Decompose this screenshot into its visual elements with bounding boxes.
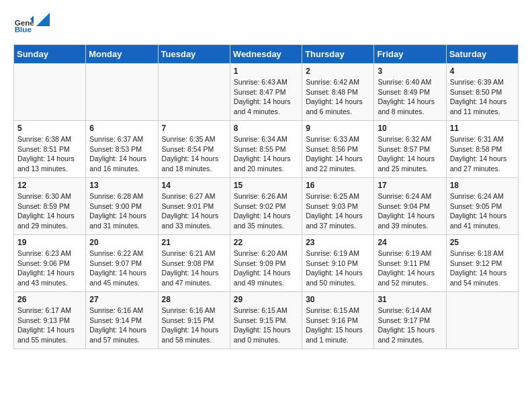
day-details: Sunrise: 6:40 AMSunset: 8:49 PMDaylight:… [378, 77, 442, 117]
calendar-body: 1Sunrise: 6:43 AMSunset: 8:47 PMDaylight… [14, 64, 519, 349]
day-details: Sunrise: 6:25 AMSunset: 9:03 PMDaylight:… [306, 191, 370, 231]
calendar-cell: 5Sunrise: 6:38 AMSunset: 8:51 PMDaylight… [14, 121, 86, 178]
svg-marker-3 [36, 13, 50, 26]
day-number: 23 [306, 238, 370, 247]
day-number: 9 [306, 124, 370, 133]
calendar-cell: 22Sunrise: 6:20 AMSunset: 9:09 PMDayligh… [230, 235, 302, 292]
day-details: Sunrise: 6:30 AMSunset: 8:59 PMDaylight:… [17, 191, 82, 231]
day-details: Sunrise: 6:16 AMSunset: 9:15 PMDaylight:… [162, 306, 226, 345]
day-number: 4 [450, 66, 515, 76]
calendar-cell: 23Sunrise: 6:19 AMSunset: 9:10 PMDayligh… [302, 235, 374, 292]
calendar-cell: 7Sunrise: 6:35 AMSunset: 8:54 PMDaylight… [158, 121, 230, 178]
calendar-cell [14, 64, 86, 121]
calendar-cell: 21Sunrise: 6:21 AMSunset: 9:08 PMDayligh… [158, 235, 230, 292]
day-details: Sunrise: 6:39 AMSunset: 8:50 PMDaylight:… [450, 77, 515, 117]
calendar-cell: 12Sunrise: 6:30 AMSunset: 8:59 PMDayligh… [14, 178, 86, 235]
calendar-cell: 2Sunrise: 6:42 AMSunset: 8:48 PMDaylight… [302, 64, 374, 121]
day-header-saturday: Saturday [446, 45, 518, 64]
day-number: 12 [17, 181, 82, 190]
day-details: Sunrise: 6:23 AMSunset: 9:06 PMDaylight:… [17, 248, 82, 288]
day-number: 8 [234, 124, 298, 133]
day-number: 6 [89, 124, 154, 133]
day-number: 25 [450, 238, 515, 247]
day-details: Sunrise: 6:26 AMSunset: 9:02 PMDaylight:… [234, 191, 298, 231]
day-details: Sunrise: 6:32 AMSunset: 8:57 PMDaylight:… [378, 134, 442, 174]
logo: General Blue [13, 13, 50, 34]
calendar-cell: 10Sunrise: 6:32 AMSunset: 8:57 PMDayligh… [374, 121, 446, 178]
calendar-cell: 31Sunrise: 6:14 AMSunset: 9:17 PMDayligh… [374, 292, 446, 349]
calendar-cell: 16Sunrise: 6:25 AMSunset: 9:03 PMDayligh… [302, 178, 374, 235]
day-number: 17 [378, 181, 442, 190]
calendar-table: SundayMondayTuesdayWednesdayThursdayFrid… [13, 44, 519, 349]
calendar-cell: 3Sunrise: 6:40 AMSunset: 8:49 PMDaylight… [374, 64, 446, 121]
day-details: Sunrise: 6:20 AMSunset: 9:09 PMDaylight:… [234, 248, 298, 288]
day-header-wednesday: Wednesday [230, 45, 302, 64]
day-details: Sunrise: 6:18 AMSunset: 9:12 PMDaylight:… [450, 248, 515, 288]
day-number: 15 [234, 181, 298, 190]
calendar-cell: 14Sunrise: 6:27 AMSunset: 9:01 PMDayligh… [158, 178, 230, 235]
day-number: 13 [89, 181, 154, 190]
day-details: Sunrise: 6:31 AMSunset: 8:58 PMDaylight:… [450, 134, 515, 174]
calendar-cell [446, 292, 518, 349]
day-number: 14 [162, 181, 226, 190]
day-number: 3 [378, 66, 442, 76]
day-number: 7 [162, 124, 226, 133]
calendar-cell: 26Sunrise: 6:17 AMSunset: 9:13 PMDayligh… [14, 292, 86, 349]
calendar-cell: 15Sunrise: 6:26 AMSunset: 9:02 PMDayligh… [230, 178, 302, 235]
day-details: Sunrise: 6:38 AMSunset: 8:51 PMDaylight:… [17, 134, 82, 174]
day-details: Sunrise: 6:33 AMSunset: 8:56 PMDaylight:… [306, 134, 370, 174]
day-number: 24 [378, 238, 442, 247]
calendar-week-row: 1Sunrise: 6:43 AMSunset: 8:47 PMDaylight… [14, 64, 519, 121]
day-number: 29 [234, 295, 298, 304]
calendar-week-row: 26Sunrise: 6:17 AMSunset: 9:13 PMDayligh… [14, 292, 519, 349]
calendar-week-row: 12Sunrise: 6:30 AMSunset: 8:59 PMDayligh… [14, 178, 519, 235]
day-details: Sunrise: 6:24 AMSunset: 9:05 PMDaylight:… [450, 191, 515, 231]
day-number: 20 [89, 238, 154, 247]
calendar-cell: 6Sunrise: 6:37 AMSunset: 8:53 PMDaylight… [86, 121, 158, 178]
day-number: 2 [306, 66, 370, 76]
day-details: Sunrise: 6:19 AMSunset: 9:10 PMDaylight:… [306, 248, 370, 288]
calendar-cell: 19Sunrise: 6:23 AMSunset: 9:06 PMDayligh… [14, 235, 86, 292]
day-details: Sunrise: 6:37 AMSunset: 8:53 PMDaylight:… [89, 134, 154, 174]
calendar-week-row: 5Sunrise: 6:38 AMSunset: 8:51 PMDaylight… [14, 121, 519, 178]
day-details: Sunrise: 6:35 AMSunset: 8:54 PMDaylight:… [162, 134, 226, 174]
calendar-cell: 9Sunrise: 6:33 AMSunset: 8:56 PMDaylight… [302, 121, 374, 178]
day-number: 16 [306, 181, 370, 190]
day-number: 22 [234, 238, 298, 247]
day-details: Sunrise: 6:15 AMSunset: 9:16 PMDaylight:… [306, 306, 370, 345]
day-number: 18 [450, 181, 515, 190]
day-details: Sunrise: 6:43 AMSunset: 8:47 PMDaylight:… [234, 77, 298, 117]
logo-icon: General Blue [13, 13, 34, 34]
day-number: 30 [306, 295, 370, 304]
day-number: 10 [378, 124, 442, 133]
day-details: Sunrise: 6:27 AMSunset: 9:01 PMDaylight:… [162, 191, 226, 231]
day-details: Sunrise: 6:17 AMSunset: 9:13 PMDaylight:… [17, 306, 82, 345]
day-number: 5 [17, 124, 82, 133]
calendar-cell: 17Sunrise: 6:24 AMSunset: 9:04 PMDayligh… [374, 178, 446, 235]
calendar-cell: 30Sunrise: 6:15 AMSunset: 9:16 PMDayligh… [302, 292, 374, 349]
calendar-cell: 27Sunrise: 6:16 AMSunset: 9:14 PMDayligh… [86, 292, 158, 349]
day-details: Sunrise: 6:22 AMSunset: 9:07 PMDaylight:… [89, 248, 154, 288]
day-details: Sunrise: 6:15 AMSunset: 9:15 PMDaylight:… [234, 306, 298, 345]
day-number: 26 [17, 295, 82, 304]
day-number: 19 [17, 238, 82, 247]
calendar-cell: 28Sunrise: 6:16 AMSunset: 9:15 PMDayligh… [158, 292, 230, 349]
calendar-cell [158, 64, 230, 121]
calendar-cell: 29Sunrise: 6:15 AMSunset: 9:15 PMDayligh… [230, 292, 302, 349]
day-details: Sunrise: 6:28 AMSunset: 9:00 PMDaylight:… [89, 191, 154, 231]
day-details: Sunrise: 6:24 AMSunset: 9:04 PMDaylight:… [378, 191, 442, 231]
day-header-monday: Monday [86, 45, 158, 64]
day-number: 28 [162, 295, 226, 304]
calendar-cell: 20Sunrise: 6:22 AMSunset: 9:07 PMDayligh… [86, 235, 158, 292]
day-number: 31 [378, 295, 442, 304]
calendar-cell [86, 64, 158, 121]
calendar-cell: 1Sunrise: 6:43 AMSunset: 8:47 PMDaylight… [230, 64, 302, 121]
page-header: General Blue [13, 13, 519, 34]
day-number: 27 [89, 295, 154, 304]
day-details: Sunrise: 6:34 AMSunset: 8:55 PMDaylight:… [234, 134, 298, 174]
day-details: Sunrise: 6:19 AMSunset: 9:11 PMDaylight:… [378, 248, 442, 288]
calendar-cell: 13Sunrise: 6:28 AMSunset: 9:00 PMDayligh… [86, 178, 158, 235]
day-details: Sunrise: 6:14 AMSunset: 9:17 PMDaylight:… [378, 306, 442, 345]
calendar-cell: 11Sunrise: 6:31 AMSunset: 8:58 PMDayligh… [446, 121, 518, 178]
svg-text:Blue: Blue [15, 25, 32, 34]
